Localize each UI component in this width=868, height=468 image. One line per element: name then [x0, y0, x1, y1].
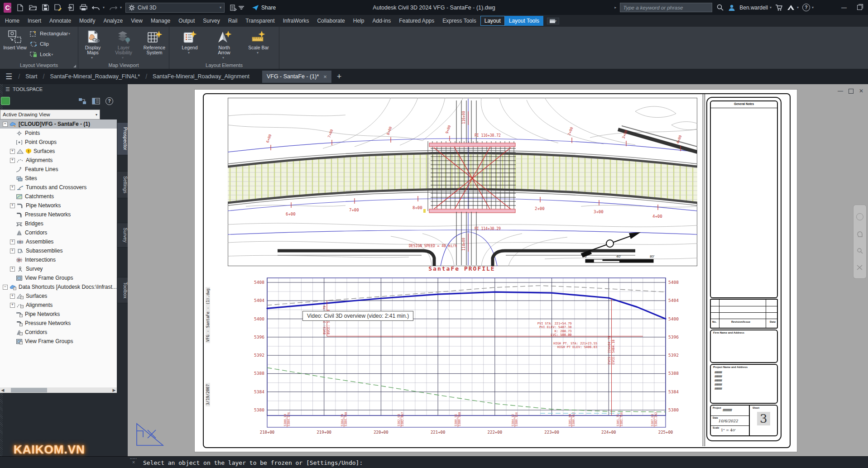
legend-button[interactable]: Legend▾: [177, 28, 202, 61]
panel-arrange-icon[interactable]: [78, 98, 86, 105]
navigation-bar[interactable]: [853, 205, 867, 279]
ribbon-tab-home[interactable]: Home: [1, 16, 24, 26]
command-window-grip[interactable]: ••••• ×: [130, 458, 137, 468]
toolspace-h-scrollbar[interactable]: ◀ ▶: [0, 387, 117, 393]
app-menu-chevron-icon[interactable]: ▾: [10, 5, 11, 10]
tree-expand-toggle[interactable]: +: [10, 267, 15, 272]
ribbon-tab-collaborate[interactable]: Collaborate: [313, 16, 349, 26]
tree-item-pressure-networks[interactable]: Pressure Networks: [0, 210, 117, 219]
share-button[interactable]: Share: [252, 5, 276, 11]
ribbon-tab-layout[interactable]: Layout: [480, 16, 505, 26]
tree-item-alignments[interactable]: +Alignments: [0, 156, 117, 165]
user-avatar-icon[interactable]: [728, 4, 736, 12]
save-icon[interactable]: [41, 4, 49, 12]
tree-item-corridors[interactable]: Corridors: [0, 328, 117, 337]
new-file-icon[interactable]: [16, 4, 24, 12]
tree-item-view-frame-groups[interactable]: View Frame Groups: [0, 337, 117, 346]
ribbon-tab-rail[interactable]: Rail: [224, 16, 242, 26]
tree-item-pipe-networks[interactable]: +Pipe Networks: [0, 201, 117, 210]
tree-item-pressure-networks[interactable]: Pressure Networks: [0, 319, 117, 328]
tree-item-corridors[interactable]: Corridors: [0, 228, 117, 237]
tree-item-surfaces[interactable]: +!Surfaces: [0, 147, 117, 156]
nav-wheel-icon[interactable]: [856, 213, 863, 220]
tree-item-bridges[interactable]: Bridges: [0, 219, 117, 228]
lock-button[interactable]: Lock▾: [30, 50, 70, 58]
tree-item-assemblies[interactable]: +Assemblies: [0, 237, 117, 246]
drawing-restore-icon[interactable]: [849, 89, 854, 94]
view-selector-combo[interactable]: Active Drawing View ▾: [0, 110, 100, 119]
tree-expand-toggle[interactable]: +: [10, 158, 15, 163]
save-as-icon[interactable]: [54, 4, 62, 12]
tree-item-feature-lines[interactable]: Feature Lines: [0, 165, 117, 174]
ribbon-tab-insert[interactable]: Insert: [24, 16, 45, 26]
tree-expand-toggle[interactable]: +: [10, 203, 15, 208]
user-dropdown-icon[interactable]: ▾: [770, 5, 772, 10]
minimize-button[interactable]: ―: [838, 4, 850, 12]
drawing-close-icon[interactable]: ✕: [859, 88, 863, 94]
scale-bar-button[interactable]: Scale Bar▾: [246, 28, 271, 61]
tree-expand-toggle[interactable]: +: [10, 294, 15, 299]
tree-item-surfaces[interactable]: +Surfaces: [0, 291, 117, 301]
zoom-icon[interactable]: [856, 248, 863, 254]
tree-expand-toggle[interactable]: −: [3, 122, 8, 127]
search-icon[interactable]: [716, 4, 724, 12]
undo-dropdown-icon[interactable]: ▾: [103, 5, 105, 10]
panel-columns-icon[interactable]: [92, 98, 100, 105]
export-icon[interactable]: [67, 4, 75, 12]
tree-item-catchments[interactable]: Catchments: [0, 192, 117, 201]
tree-item-pipe-networks[interactable]: Pipe Networks: [0, 310, 117, 319]
tree-expand-toggle[interactable]: +: [10, 149, 15, 154]
tree-item-point-groups[interactable]: Point Groups: [0, 138, 117, 147]
ribbon-tab-layout-tools[interactable]: Layout Tools: [505, 16, 543, 26]
pan-hand-icon[interactable]: [856, 231, 863, 237]
tab-santafe-mineral-roadway-alignment[interactable]: SantaFe-Mineral_Roadway_Alignment: [153, 73, 249, 80]
help-icon[interactable]: ?: [802, 4, 810, 11]
ribbon-tab-modify[interactable]: Modify: [75, 16, 99, 26]
insert-view-button[interactable]: Insert View: [2, 28, 28, 61]
tree-expand-toggle[interactable]: +: [10, 248, 15, 253]
close-tab-icon[interactable]: ×: [323, 73, 327, 80]
ribbon-tab-analyze[interactable]: Analyze: [99, 16, 127, 26]
toolspace-help-icon[interactable]: ?: [106, 97, 113, 105]
user-name[interactable]: Ben.wardell: [739, 5, 768, 11]
search-expand-icon[interactable]: ▸: [614, 5, 616, 10]
tree-item-sites[interactable]: Sites: [0, 174, 117, 183]
command-close-icon[interactable]: ×: [132, 460, 135, 464]
scroll-right-icon[interactable]: ▶: [111, 388, 117, 392]
ribbon-tab-view[interactable]: View: [127, 16, 147, 26]
scrollbar-thumb[interactable]: [11, 388, 47, 392]
undo-icon[interactable]: [92, 4, 100, 12]
file-tab-menu-icon[interactable]: ☰: [5, 72, 13, 81]
ribbon-tab-manage[interactable]: Manage: [147, 16, 174, 26]
layer-filter-icon[interactable]: [237, 4, 245, 12]
search-input[interactable]: [620, 3, 712, 12]
autodesk-dropdown-icon[interactable]: ▾: [797, 5, 799, 10]
ribbon-tab-infraworks[interactable]: InfraWorks: [279, 16, 313, 26]
ribbon-tab-express-tools[interactable]: Express Tools: [438, 16, 480, 26]
ribbon-tab-transparent[interactable]: Transparent: [241, 16, 278, 26]
tab-santafe-mineral-roadway-final[interactable]: SantaFe-Mineral_Roadway_FINAL*: [50, 73, 140, 80]
tree-expand-toggle[interactable]: +: [10, 303, 15, 308]
display-maps-button[interactable]: Display Maps▾: [81, 28, 105, 61]
tree-expand-toggle[interactable]: +: [10, 239, 15, 244]
ribbon-tab-annotate[interactable]: Annotate: [45, 16, 75, 26]
drawing-canvas[interactable]: ― ✕ VFG - SantaFe - (1).dwg 3/19/2007: [128, 84, 868, 456]
rectangular-button[interactable]: Rectangular▾: [30, 29, 70, 38]
drawing-minimize-icon[interactable]: ―: [838, 88, 843, 94]
ribbon-tab-output[interactable]: Output: [174, 16, 199, 26]
tree-item-data-shortcuts-autodesk-docs-infrast-[interactable]: −Data Shortcuts [Autodesk Docs:\Infrast.…: [0, 282, 117, 291]
tree-expand-toggle[interactable]: +: [10, 185, 15, 190]
help-dropdown-icon[interactable]: ▾: [812, 5, 814, 10]
tab-start[interactable]: Start: [25, 73, 37, 80]
ribbon-tab-help[interactable]: Help: [349, 16, 369, 26]
tree-expand-toggle[interactable]: −: [3, 285, 8, 290]
autodesk-logo-icon[interactable]: [787, 4, 795, 12]
redo-icon[interactable]: [109, 4, 117, 12]
ribbon-tab-add-ins[interactable]: Add-ins: [368, 16, 395, 26]
cart-icon[interactable]: [775, 4, 783, 12]
tree-item-intersections[interactable]: Intersections: [0, 255, 117, 264]
tree-item-view-frame-groups[interactable]: View Frame Groups: [0, 273, 117, 282]
tree-item-points[interactable]: Points: [0, 129, 117, 138]
open-folder-icon[interactable]: [29, 4, 37, 12]
tree-item-survey[interactable]: +Survey: [0, 264, 117, 273]
